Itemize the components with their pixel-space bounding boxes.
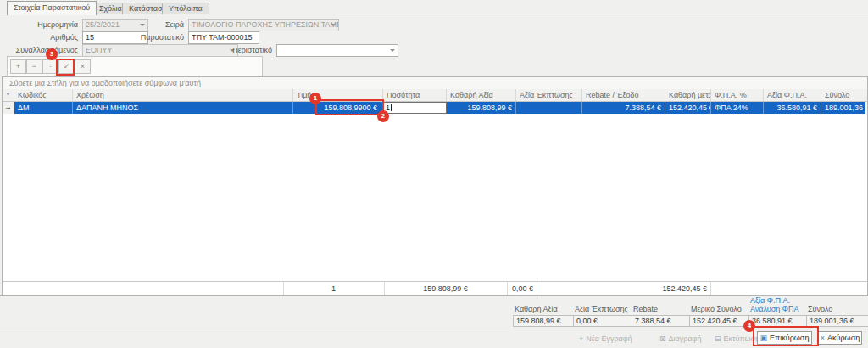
tab-document-details[interactable]: Στοιχεία Παραστατικού <box>7 1 97 15</box>
document-entry-window: Στοιχεία Παραστατικού Σχόλια Κατάσταση Υ… <box>0 0 868 348</box>
grid-group-hint: Σύρετε μια Στήλη για να ομαδοποιήσετε σύ… <box>9 79 201 87</box>
summary-quantity: 1 <box>283 283 384 295</box>
totals-net-label: Καθαρή Αξία <box>515 305 558 313</box>
select-all-icon[interactable]: * <box>3 89 14 101</box>
totals-total-value: 189.001,36 € <box>806 315 868 327</box>
totals-discount-label: Αξία Έκπτωσης <box>575 305 628 313</box>
column-header-net-after[interactable]: Καθαρή μετά την Έκπτ <box>665 89 711 101</box>
column-header-description[interactable]: Χρέωση <box>73 89 293 101</box>
annotation-rect-validate <box>753 326 819 346</box>
cell-rebate[interactable]: 7.388,54 € <box>582 102 665 114</box>
column-header-rebate[interactable]: Rebate / Έξοδο <box>582 89 665 101</box>
chevron-down-icon <box>390 49 395 54</box>
grid-data-row[interactable]: → ΔΜ ΔΑΠΑΝΗ ΜΗΝΟΣ 159.808,9900 € 1 159.8… <box>3 102 867 114</box>
delete-button: ⊠Διαγραφή <box>659 332 701 345</box>
plus-icon: + <box>579 334 583 343</box>
summary-net-after: 152.420,45 € <box>537 283 707 295</box>
totals-subtotal-label: Μερικό Σύνολο <box>691 305 742 313</box>
annotation-rect-price <box>315 99 384 115</box>
summary-separator <box>710 282 711 296</box>
annotation-rect-confirm <box>56 59 75 76</box>
footer-button-bar: +Νέα Εγγραφή ⊠Διαγραφή ⊟Εκτύπωση ▣Επικύρ… <box>0 328 868 348</box>
cancel-x-icon: × <box>821 334 825 342</box>
series-label: Σειρά <box>136 20 184 30</box>
cell-discount[interactable] <box>516 102 582 114</box>
cell-quantity-editor[interactable]: 1 <box>383 102 447 114</box>
trader-label: Συναλλασσόμενος <box>3 45 78 55</box>
grid-group-panel[interactable]: Σύρετε μια Στήλη για να ομαδοποιήσετε σύ… <box>3 77 867 90</box>
document-label: Παραστατικό <box>136 32 184 42</box>
column-header-net[interactable]: Καθαρή Αξία <box>447 89 516 101</box>
column-header-quantity[interactable]: Ποσότητα <box>383 89 447 101</box>
row-indicator-arrow-icon: → <box>3 102 14 114</box>
incident-label: Περιστατικό <box>203 45 272 55</box>
column-header-vat-value[interactable]: Αξία Φ.Π.Α. <box>764 89 821 101</box>
footer-panel: Καθαρή Αξία 159.808,99 € Αξία Έκπτωσης 0… <box>0 295 868 348</box>
number-label: Αριθμός <box>8 32 78 42</box>
totals-rebate-value: 7.388,54 € <box>632 315 696 327</box>
cell-code[interactable]: ΔΜ <box>14 102 73 114</box>
vat-analysis-link[interactable]: Αξία Φ.Π.Α. <box>750 297 790 305</box>
summary-net: 159.808,99 € <box>384 283 507 295</box>
row-edit-toolbar: + − · ✓ × <box>7 56 263 76</box>
incident-combobox[interactable] <box>276 44 398 57</box>
printer-icon: ⊟ <box>715 334 721 343</box>
column-header-code[interactable]: Κωδικός <box>14 89 73 101</box>
date-label: Ημερομηνία <box>8 20 78 30</box>
vat-analysis-link-line2[interactable]: Ανάλυση ΦΠΑ <box>750 306 799 313</box>
grid-summary-row: 1 159.808,99 € 0,00 € 152.420,45 € <box>3 281 867 296</box>
append-row-button[interactable]: + <box>10 59 26 74</box>
column-header-discount[interactable]: Αξία Έκπτωσης <box>516 89 582 101</box>
cell-vat-value[interactable]: 36.580,91 € <box>764 102 821 114</box>
document-field[interactable]: ΤΠΥ ΤΑΜ-000015 <box>188 31 259 44</box>
totals-rebate-label: Rebate <box>633 305 658 313</box>
tab-bar: Στοιχεία Παραστατικού Σχόλια Κατάσταση Υ… <box>0 0 868 14</box>
cell-net[interactable]: 159.808,99 € <box>447 102 516 114</box>
totals-net-value: 159.808,99 € <box>513 315 577 327</box>
annotation-badge-4: 4 <box>743 320 755 332</box>
chevron-down-icon <box>331 24 336 29</box>
lines-grid: Σύρετε μια Στήλη για να ομαδοποιήσετε σύ… <box>2 76 868 297</box>
cancel-row-button[interactable]: × <box>75 59 91 74</box>
cell-description[interactable]: ΔΑΠΑΝΗ ΜΗΝΟΣ <box>73 102 293 114</box>
tab-balances[interactable]: Υπόλοιπα <box>162 3 209 14</box>
column-header-total[interactable]: Σύνολο <box>821 89 865 101</box>
delete-row-button[interactable]: − <box>26 59 42 74</box>
new-record-button: +Νέα Εγγραφή <box>579 332 632 345</box>
series-field: ΤΙΜΟΛΟΓΙΟ ΠΑΡΟΧΗΣ ΥΠΗΡΕΣΙΩΝ ΤΑΜΕΙΟΥ <box>188 19 339 31</box>
annotation-badge-3: 3 <box>46 48 58 60</box>
totals-vat-value: 36.580,91 € <box>748 315 813 327</box>
column-header-vat-pct[interactable]: Φ.Π.Α. % <box>711 89 764 101</box>
totals-total-label: Σύνολο <box>808 305 832 313</box>
cell-total[interactable]: 189.001,36 € <box>821 102 865 114</box>
annotation-badge-2: 2 <box>377 110 389 122</box>
cell-net-after[interactable]: 152.420,45 € <box>665 102 711 114</box>
grid-header-row: * Κωδικός Χρέωση Τιμή Ποσότητα Καθαρή Αξ… <box>3 89 867 102</box>
cancel-button[interactable]: ×Ακύρωση <box>818 331 862 345</box>
delete-icon: ⊠ <box>659 334 666 343</box>
summary-separator <box>507 282 508 296</box>
annotation-badge-1: 1 <box>309 93 321 104</box>
cell-vat-pct[interactable]: ΦΠΑ 24% <box>711 102 764 114</box>
totals-discount-value: 0,00 € <box>573 315 637 327</box>
text-caret <box>391 104 392 111</box>
